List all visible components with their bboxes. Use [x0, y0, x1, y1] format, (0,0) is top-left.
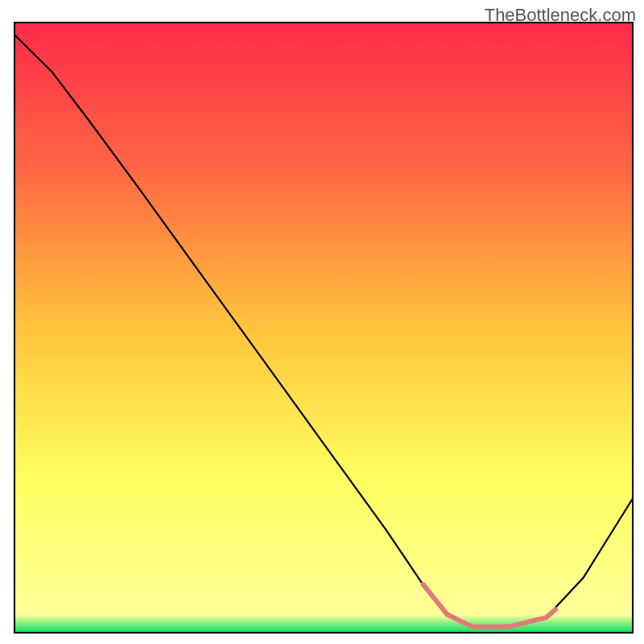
chart-container: TheBottleneck.com	[0, 0, 644, 644]
svg-rect-0	[14, 23, 633, 633]
bottleneck-chart	[0, 0, 644, 644]
attribution-label: TheBottleneck.com	[485, 5, 636, 26]
